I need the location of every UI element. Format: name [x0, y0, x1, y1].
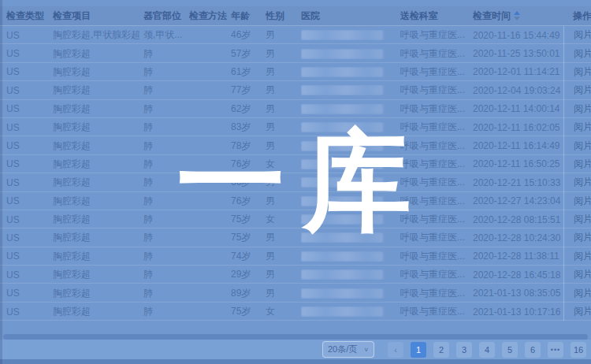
- view-images-link[interactable]: 阅片: [574, 213, 591, 226]
- cell-organ: 肺: [143, 47, 189, 61]
- page-button-6[interactable]: 6: [525, 342, 541, 358]
- page-button-last[interactable]: 16: [571, 342, 586, 358]
- cell-hospital: [301, 232, 400, 243]
- table-row[interactable]: US胸腔彩超肺75岁男呼吸与重症医...2020-12-28 10:24:30阅…: [0, 228, 591, 247]
- cell-gender: 男: [266, 84, 301, 97]
- pager: ‹ 123456•••16: [388, 342, 586, 358]
- table-row[interactable]: US胸腔彩超肺78岁男呼吸与重症医...2020-12-11 16:14:49阅…: [0, 136, 591, 154]
- cell-type: US: [6, 288, 53, 299]
- cell-type: US: [6, 177, 53, 188]
- page-size-select[interactable]: 20条/页 ∨: [322, 341, 374, 358]
- column-header-label: 年龄: [231, 9, 250, 23]
- table-row[interactable]: US胸腔彩超肺77岁男呼吸与重症医...2020-12-04 19:03:24阅…: [0, 81, 591, 99]
- cell-type: US: [6, 232, 53, 243]
- column-header-action: 操作: [563, 9, 591, 23]
- page-button-1[interactable]: 1: [411, 342, 426, 358]
- cell-gender: 女: [266, 158, 301, 171]
- cell-time: 2020-12-04 19:03:24: [473, 85, 563, 96]
- table-row[interactable]: US胸腔彩超,甲状腺彩超颈,甲状...46岁男呼吸与重症医...2020-11-…: [0, 26, 591, 44]
- redacted-hospital-block: [301, 141, 383, 151]
- view-images-link[interactable]: 阅片: [574, 47, 591, 61]
- table-row[interactable]: US胸腔彩超肺62岁男呼吸与重症医...2020-12-11 14:00:14阅…: [0, 100, 591, 118]
- cell-type: US: [6, 269, 53, 280]
- table-row[interactable]: US胸腔彩超肺89岁男呼吸与重症医...2021-01-13 08:35:05阅…: [0, 284, 591, 302]
- cell-type: US: [6, 251, 53, 262]
- cell-action: 阅片: [563, 228, 591, 247]
- table-row[interactable]: US胸腔彩超肺75岁女呼吸与重症医...2021-01-13 10:17:16阅…: [0, 303, 591, 321]
- redacted-hospital-block: [301, 177, 383, 188]
- cell-time: 2020-12-11 16:14:49: [473, 140, 563, 151]
- cell-hospital: [301, 104, 400, 114]
- table-row[interactable]: US胸腔彩超肺74岁男呼吸与重症医...2020-12-28 11:38:11阅…: [0, 247, 591, 266]
- cell-age: 62岁: [231, 102, 266, 116]
- column-header-time[interactable]: 检查时间: [473, 9, 563, 23]
- cell-action: 阅片: [563, 266, 591, 284]
- cell-department: 呼吸与重症医...: [400, 84, 473, 97]
- pagination-bar: 20条/页 ∨ ‹ 123456•••16: [0, 340, 591, 359]
- cell-item: 胸腔彩超: [53, 84, 143, 97]
- cell-organ: 肺: [143, 102, 189, 116]
- page-button-3[interactable]: 3: [456, 342, 472, 358]
- cell-hospital: [301, 49, 400, 59]
- view-images-link[interactable]: 阅片: [574, 28, 591, 42]
- cell-organ: 肺: [143, 65, 189, 79]
- view-images-link[interactable]: 阅片: [574, 231, 591, 244]
- horizontal-scrollbar[interactable]: [3, 334, 588, 340]
- view-images-link[interactable]: 阅片: [574, 158, 591, 171]
- table-row[interactable]: US胸腔彩超肺76岁男呼吸与重症医...2020-12-27 14:23:04阅…: [0, 192, 591, 210]
- view-images-link[interactable]: 阅片: [574, 65, 591, 79]
- view-images-link[interactable]: 阅片: [574, 121, 591, 134]
- view-images-link[interactable]: 阅片: [574, 250, 591, 263]
- view-images-link[interactable]: 阅片: [574, 287, 591, 300]
- cell-action: 阅片: [563, 303, 591, 321]
- cell-age: 75岁: [231, 305, 266, 318]
- cell-department: 呼吸与重症医...: [400, 28, 473, 42]
- redacted-hospital-block: [301, 288, 383, 299]
- redacted-hospital-block: [301, 122, 383, 132]
- table-row[interactable]: US胸腔彩超肺83岁男呼吸与重症医...2020-12-11 16:02:05阅…: [0, 118, 591, 136]
- window-bottom-edge: [0, 359, 591, 364]
- table-row[interactable]: US胸腔彩超肺57岁男呼吸与重症医...2020-11-25 13:50:01阅…: [0, 44, 591, 62]
- view-images-link[interactable]: 阅片: [574, 102, 591, 116]
- cell-gender: 男: [266, 28, 301, 42]
- page-button-2[interactable]: 2: [433, 342, 449, 358]
- cell-age: 78岁: [231, 139, 266, 153]
- page-button-4[interactable]: 4: [479, 342, 495, 358]
- cell-time: 2020-12-28 16:45:18: [473, 269, 563, 280]
- cell-gender: 男: [266, 65, 301, 79]
- exam-records-table-screen: 检查类型检查项目器官部位检查方法年龄性别医院送检科室检查时间操作 US胸腔彩超,…: [0, 0, 591, 364]
- cell-organ: 肺: [143, 268, 189, 281]
- cell-organ: 肺: [143, 287, 189, 300]
- cell-time: 2020-12-28 08:15:51: [473, 214, 563, 225]
- view-images-link[interactable]: 阅片: [574, 268, 591, 281]
- sort-ascending-icon[interactable]: [514, 11, 520, 20]
- column-header-label: 性别: [266, 9, 284, 23]
- cell-organ: 颈,甲状...: [143, 28, 189, 42]
- more-pages-icon[interactable]: •••: [548, 342, 563, 358]
- cell-department: 呼吸与重症医...: [400, 195, 473, 208]
- view-images-link[interactable]: 阅片: [574, 176, 591, 189]
- cell-gender: 男: [266, 102, 301, 116]
- view-images-link[interactable]: 阅片: [574, 84, 591, 97]
- cell-age: 61岁: [231, 65, 266, 79]
- cell-gender: 男: [266, 139, 301, 153]
- table-row[interactable]: US胸腔彩超肺66岁男呼吸与重症医...2020-12-21 15:10:33阅…: [0, 173, 591, 191]
- view-images-link[interactable]: 阅片: [574, 195, 591, 208]
- cell-type: US: [6, 85, 53, 96]
- cell-department: 呼吸与重症医...: [400, 250, 473, 263]
- view-images-link[interactable]: 阅片: [574, 305, 591, 318]
- redacted-hospital-block: [301, 104, 383, 114]
- table-row[interactable]: US胸腔彩超肺61岁男呼吸与重症医...2020-12-01 11:14:21阅…: [0, 63, 591, 81]
- cell-hospital: [301, 85, 400, 95]
- table-row[interactable]: US胸腔彩超肺75岁女呼吸与重症医...2020-12-28 08:15:51阅…: [0, 210, 591, 228]
- cell-department: 呼吸与重症医...: [400, 121, 473, 134]
- redacted-hospital-block: [301, 232, 383, 243]
- table-row[interactable]: US胸腔彩超肺76岁女呼吸与重症医...2020-12-11 16:50:25阅…: [0, 155, 591, 173]
- view-images-link[interactable]: 阅片: [574, 139, 591, 153]
- prev-page-button[interactable]: ‹: [388, 342, 403, 358]
- cell-type: US: [6, 122, 53, 133]
- cell-hospital: [301, 122, 400, 132]
- cell-action: 阅片: [563, 247, 591, 266]
- table-row[interactable]: US胸腔彩超肺29岁男呼吸与重症医...2020-12-28 16:45:18阅…: [0, 266, 591, 284]
- page-button-5[interactable]: 5: [502, 342, 518, 358]
